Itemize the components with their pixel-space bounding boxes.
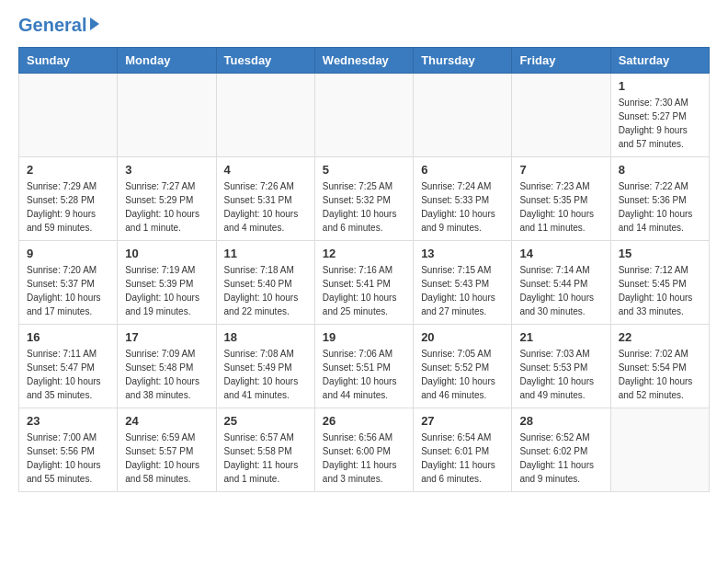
calendar-day-cell: 2Sunrise: 7:29 AMSunset: 5:28 PMDaylight… — [19, 157, 118, 241]
calendar-day-cell: 7Sunrise: 7:23 AMSunset: 5:35 PMDaylight… — [512, 157, 610, 241]
calendar-day-cell: 11Sunrise: 7:18 AMSunset: 5:40 PMDayligh… — [216, 241, 314, 325]
day-info: Sunrise: 7:09 AMSunset: 5:48 PMDaylight:… — [125, 347, 208, 402]
calendar-day-cell: 14Sunrise: 7:14 AMSunset: 5:44 PMDayligh… — [512, 241, 610, 325]
weekday-header: Wednesday — [314, 48, 413, 74]
calendar-week-row: 16Sunrise: 7:11 AMSunset: 5:47 PMDayligh… — [19, 325, 710, 408]
day-info: Sunrise: 7:08 AMSunset: 5:49 PMDaylight:… — [224, 347, 307, 402]
calendar-day-cell: 8Sunrise: 7:22 AMSunset: 5:36 PMDaylight… — [610, 157, 709, 241]
day-number: 9 — [27, 247, 109, 260]
header: General — [18, 15, 710, 36]
weekday-row: SundayMondayTuesdayWednesdayThursdayFrid… — [19, 48, 710, 74]
day-number: 3 — [125, 163, 208, 177]
day-number: 26 — [323, 414, 405, 428]
day-info: Sunrise: 7:24 AMSunset: 5:33 PMDaylight:… — [421, 179, 504, 235]
calendar-day-cell: 5Sunrise: 7:25 AMSunset: 5:32 PMDaylight… — [314, 157, 413, 241]
calendar-day-cell — [118, 74, 216, 157]
calendar-day-cell: 21Sunrise: 7:03 AMSunset: 5:53 PMDayligh… — [512, 325, 610, 408]
day-number: 7 — [519, 163, 602, 177]
day-number: 11 — [224, 247, 307, 260]
day-info: Sunrise: 7:29 AMSunset: 5:28 PMDaylight:… — [27, 179, 109, 235]
calendar-week-row: 9Sunrise: 7:20 AMSunset: 5:37 PMDaylight… — [19, 241, 710, 325]
calendar-day-cell — [414, 74, 512, 157]
calendar-day-cell: 9Sunrise: 7:20 AMSunset: 5:37 PMDaylight… — [19, 241, 118, 325]
day-number: 24 — [125, 414, 208, 428]
day-info: Sunrise: 7:25 AMSunset: 5:32 PMDaylight:… — [323, 179, 405, 235]
day-info: Sunrise: 7:11 AMSunset: 5:47 PMDaylight:… — [27, 347, 109, 402]
calendar-day-cell: 12Sunrise: 7:16 AMSunset: 5:41 PMDayligh… — [314, 241, 413, 325]
calendar-header: SundayMondayTuesdayWednesdayThursdayFrid… — [19, 48, 710, 74]
calendar-day-cell: 23Sunrise: 7:00 AMSunset: 5:56 PMDayligh… — [19, 408, 118, 492]
calendar-day-cell: 17Sunrise: 7:09 AMSunset: 5:48 PMDayligh… — [118, 325, 216, 408]
calendar-day-cell: 16Sunrise: 7:11 AMSunset: 5:47 PMDayligh… — [19, 325, 118, 408]
day-info: Sunrise: 7:18 AMSunset: 5:40 PMDaylight:… — [224, 263, 307, 318]
calendar-week-row: 2Sunrise: 7:29 AMSunset: 5:28 PMDaylight… — [19, 157, 710, 241]
calendar-day-cell: 25Sunrise: 6:57 AMSunset: 5:58 PMDayligh… — [216, 408, 314, 492]
day-info: Sunrise: 7:06 AMSunset: 5:51 PMDaylight:… — [323, 347, 405, 402]
day-info: Sunrise: 7:16 AMSunset: 5:41 PMDaylight:… — [323, 263, 405, 318]
day-info: Sunrise: 7:27 AMSunset: 5:29 PMDaylight:… — [125, 179, 208, 235]
weekday-header: Sunday — [19, 48, 118, 74]
calendar-day-cell: 18Sunrise: 7:08 AMSunset: 5:49 PMDayligh… — [216, 325, 314, 408]
calendar-day-cell: 10Sunrise: 7:19 AMSunset: 5:39 PMDayligh… — [118, 241, 216, 325]
day-info: Sunrise: 6:57 AMSunset: 5:58 PMDaylight:… — [224, 431, 307, 486]
calendar-day-cell: 20Sunrise: 7:05 AMSunset: 5:52 PMDayligh… — [414, 325, 512, 408]
day-number: 15 — [619, 247, 701, 260]
day-info: Sunrise: 7:00 AMSunset: 5:56 PMDaylight:… — [27, 431, 109, 486]
logo-general-text: General — [18, 15, 86, 36]
day-number: 13 — [421, 247, 504, 260]
day-number: 14 — [519, 247, 602, 260]
day-number: 17 — [125, 330, 208, 344]
calendar-day-cell: 27Sunrise: 6:54 AMSunset: 6:01 PMDayligh… — [414, 408, 512, 492]
weekday-header: Friday — [512, 48, 610, 74]
day-info: Sunrise: 6:54 AMSunset: 6:01 PMDaylight:… — [421, 431, 504, 486]
logo-line: General — [18, 15, 99, 36]
day-number: 10 — [125, 247, 208, 260]
calendar-day-cell: 4Sunrise: 7:26 AMSunset: 5:31 PMDaylight… — [216, 157, 314, 241]
logo: General — [18, 15, 99, 36]
day-info: Sunrise: 7:02 AMSunset: 5:54 PMDaylight:… — [619, 347, 701, 402]
day-number: 6 — [421, 163, 504, 177]
day-number: 23 — [27, 414, 109, 428]
calendar-day-cell — [512, 74, 610, 157]
calendar-day-cell: 28Sunrise: 6:52 AMSunset: 6:02 PMDayligh… — [512, 408, 610, 492]
calendar-day-cell — [216, 74, 314, 157]
day-info: Sunrise: 6:56 AMSunset: 6:00 PMDaylight:… — [323, 431, 405, 486]
day-number: 5 — [323, 163, 405, 177]
day-info: Sunrise: 7:22 AMSunset: 5:36 PMDaylight:… — [619, 179, 701, 235]
weekday-header: Monday — [118, 48, 216, 74]
day-number: 22 — [619, 330, 701, 344]
weekday-header: Thursday — [414, 48, 512, 74]
day-number: 28 — [519, 414, 602, 428]
day-info: Sunrise: 7:20 AMSunset: 5:37 PMDaylight:… — [27, 263, 109, 318]
calendar-day-cell: 22Sunrise: 7:02 AMSunset: 5:54 PMDayligh… — [610, 325, 709, 408]
day-info: Sunrise: 7:03 AMSunset: 5:53 PMDaylight:… — [519, 347, 602, 402]
calendar-day-cell: 19Sunrise: 7:06 AMSunset: 5:51 PMDayligh… — [314, 325, 413, 408]
day-info: Sunrise: 7:05 AMSunset: 5:52 PMDaylight:… — [421, 347, 504, 402]
calendar-day-cell: 1Sunrise: 7:30 AMSunset: 5:27 PMDaylight… — [610, 74, 709, 157]
calendar-day-cell: 26Sunrise: 6:56 AMSunset: 6:00 PMDayligh… — [314, 408, 413, 492]
day-info: Sunrise: 7:14 AMSunset: 5:44 PMDaylight:… — [519, 263, 602, 318]
calendar-body: 1Sunrise: 7:30 AMSunset: 5:27 PMDaylight… — [19, 74, 710, 492]
day-number: 1 — [619, 79, 701, 93]
day-number: 18 — [224, 330, 307, 344]
day-number: 21 — [519, 330, 602, 344]
day-info: Sunrise: 7:12 AMSunset: 5:45 PMDaylight:… — [619, 263, 701, 318]
day-info: Sunrise: 6:52 AMSunset: 6:02 PMDaylight:… — [519, 431, 602, 486]
weekday-header: Saturday — [610, 48, 709, 74]
day-info: Sunrise: 7:23 AMSunset: 5:35 PMDaylight:… — [519, 179, 602, 235]
day-info: Sunrise: 7:30 AMSunset: 5:27 PMDaylight:… — [619, 96, 701, 151]
calendar-day-cell — [19, 74, 118, 157]
day-info: Sunrise: 7:15 AMSunset: 5:43 PMDaylight:… — [421, 263, 504, 318]
day-number: 19 — [323, 330, 405, 344]
calendar-week-row: 1Sunrise: 7:30 AMSunset: 5:27 PMDaylight… — [19, 74, 710, 157]
logo-triangle-icon — [90, 17, 99, 30]
day-number: 2 — [27, 163, 109, 177]
day-number: 25 — [224, 414, 307, 428]
calendar-day-cell: 24Sunrise: 6:59 AMSunset: 5:57 PMDayligh… — [118, 408, 216, 492]
calendar-day-cell — [610, 408, 709, 492]
calendar-day-cell: 15Sunrise: 7:12 AMSunset: 5:45 PMDayligh… — [610, 241, 709, 325]
day-info: Sunrise: 7:19 AMSunset: 5:39 PMDaylight:… — [125, 263, 208, 318]
calendar-day-cell: 3Sunrise: 7:27 AMSunset: 5:29 PMDaylight… — [118, 157, 216, 241]
calendar-day-cell: 6Sunrise: 7:24 AMSunset: 5:33 PMDaylight… — [414, 157, 512, 241]
calendar-week-row: 23Sunrise: 7:00 AMSunset: 5:56 PMDayligh… — [19, 408, 710, 492]
